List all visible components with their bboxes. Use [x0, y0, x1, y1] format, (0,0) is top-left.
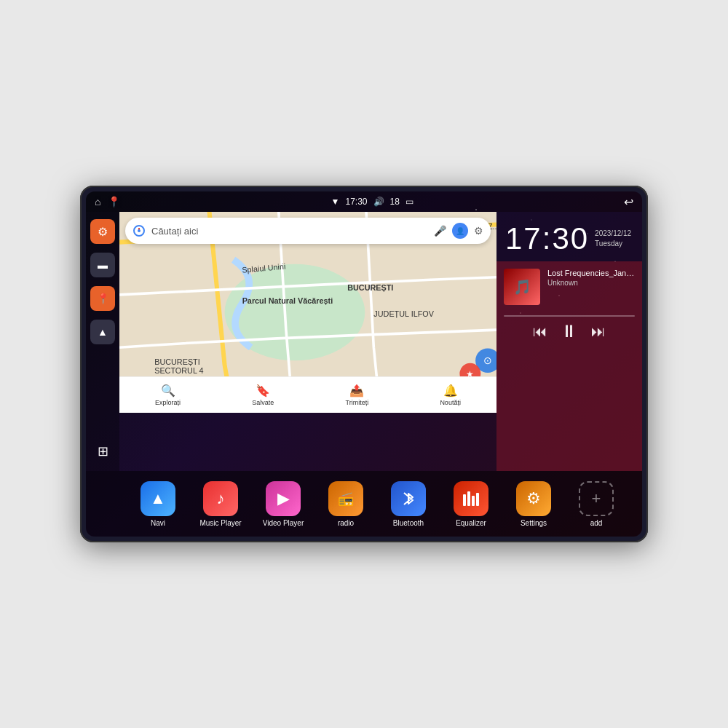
sidebar-nav-btn[interactable]: ▲ — [90, 320, 115, 344]
user-avatar[interactable]: 👤 — [452, 223, 468, 239]
music-title: Lost Frequencies_Janie... — [547, 269, 635, 277]
map-nav-explore[interactable]: 🔍 Explorați — [155, 384, 181, 406]
clock-time: 17:30 — [505, 223, 589, 254]
svg-text:SECTORUL 4: SECTORUL 4 — [154, 366, 203, 375]
svg-rect-22 — [472, 496, 475, 506]
status-bar: ⌂ 📍 ▼ 17:30 🔊 18 ▭ ↩ — [86, 191, 642, 212]
explore-label: Explorați — [155, 399, 181, 406]
sidebar-files-btn[interactable]: ▬ — [90, 253, 115, 277]
status-right: ↩ — [624, 195, 633, 209]
music-label: Music Player — [199, 519, 241, 527]
map-nav-news[interactable]: 🔔 Noutăți — [440, 384, 461, 406]
pause-button[interactable]: ⏸ — [561, 321, 578, 341]
wifi-icon: ▼ — [331, 197, 340, 207]
music-progress-bar[interactable] — [504, 315, 635, 317]
maps-icon[interactable]: 📍 — [108, 196, 120, 207]
svg-rect-23 — [476, 493, 479, 506]
clock-date-text: 2023/12/12 — [595, 229, 631, 239]
music-icon: ♪ — [203, 481, 238, 516]
radio-label: radio — [338, 519, 354, 527]
app-video-player[interactable]: ▶ Video Player — [261, 481, 305, 527]
music-controls: ⏮ ⏸ ⏭ — [504, 321, 635, 341]
home-icon[interactable]: ⌂ — [95, 196, 100, 207]
navi-label: Navi — [151, 519, 165, 527]
app-navi[interactable]: ▲ Navi — [136, 481, 180, 527]
news-label: Noutăți — [440, 399, 461, 406]
app-add[interactable]: + add — [574, 481, 618, 527]
prev-button[interactable]: ⏮ — [533, 323, 547, 340]
settings-label: Settings — [521, 519, 547, 527]
svg-point-1 — [138, 229, 141, 232]
video-icon: ▶ — [266, 481, 301, 516]
saved-label: Salvate — [252, 399, 274, 406]
saved-icon: 🔖 — [256, 384, 270, 397]
svg-text:BUCUREȘTI: BUCUREȘTI — [154, 357, 200, 366]
settings-icon-img: ⚙ — [516, 481, 551, 516]
bluetooth-label: Bluetooth — [393, 519, 424, 527]
svg-text:⊙: ⊙ — [483, 355, 492, 366]
grid-icon: ⊞ — [98, 443, 108, 459]
album-art-emoji: 🎵 — [513, 278, 531, 296]
device-frame: ⌂ 📍 ▼ 17:30 🔊 18 ▭ ↩ ⚙ — [80, 186, 648, 542]
music-text: Lost Frequencies_Janie... Unknown — [547, 269, 635, 287]
app-equalizer[interactable]: Equalizer — [449, 481, 493, 527]
send-icon: 📤 — [349, 384, 364, 397]
app-settings[interactable]: ⚙ Settings — [512, 481, 555, 527]
map-search-bar[interactable]: Căutați aici 🎤 👤 ⚙ — [125, 218, 491, 244]
right-panel: 17:30 2023/12/12 Tuesday 🎵 Lost Frequenc… — [496, 212, 642, 471]
battery-icon: ▭ — [405, 197, 414, 207]
map-container[interactable]: Căutați aici 🎤 👤 ⚙ — [119, 212, 496, 413]
left-sidebar: ⚙ ▬ 📍 ▲ ⊞ — [86, 212, 119, 471]
app-music-player[interactable]: ♪ Music Player — [199, 481, 242, 527]
status-center: ▼ 17:30 🔊 18 ▭ — [331, 197, 414, 207]
back-icon[interactable]: ↩ — [624, 195, 633, 209]
music-section: 🎵 Lost Frequencies_Janie... Unknown ⏮ ⏸ … — [496, 261, 642, 471]
clock-date: 2023/12/12 Tuesday — [595, 229, 631, 249]
nav-icon: ▲ — [98, 326, 108, 338]
main-content: ⚙ ▬ 📍 ▲ ⊞ — [86, 212, 642, 471]
eq-icon-img — [454, 481, 488, 516]
device-screen: ⌂ 📍 ▼ 17:30 🔊 18 ▭ ↩ ⚙ — [86, 191, 642, 537]
explore-icon: 🔍 — [161, 384, 175, 397]
map-search-placeholder: Căutați aici — [151, 226, 428, 237]
svg-rect-20 — [463, 494, 466, 506]
map-settings-icon[interactable]: ⚙ — [474, 225, 483, 237]
map-nav-send[interactable]: 📤 Trimiteți — [346, 384, 369, 406]
bluetooth-icon — [391, 481, 426, 516]
app-bluetooth[interactable]: Bluetooth — [387, 481, 430, 527]
radio-icon: 📻 — [328, 481, 363, 516]
clock-day-text: Tuesday — [595, 239, 631, 249]
equalizer-bars — [461, 488, 481, 509]
svg-text:JUDEȚUL ILFOV: JUDEȚUL ILFOV — [373, 309, 434, 318]
volume-icon: 🔊 — [373, 197, 384, 207]
status-left: ⌂ 📍 — [95, 196, 120, 207]
map-nav-saved[interactable]: 🔖 Salvate — [252, 384, 274, 406]
svg-text:Parcul Natural Văcărești: Parcul Natural Văcărești — [242, 296, 333, 305]
google-maps-icon — [132, 224, 146, 237]
music-album-art: 🎵 — [504, 269, 540, 305]
sidebar-settings-btn[interactable]: ⚙ — [90, 219, 115, 244]
clock-section: 17:30 2023/12/12 Tuesday — [496, 212, 642, 261]
video-label: Video Player — [263, 519, 304, 527]
add-label: add — [590, 519, 603, 527]
svg-rect-21 — [467, 491, 470, 506]
news-icon: 🔔 — [443, 384, 458, 397]
music-artist: Unknown — [547, 279, 635, 287]
next-button[interactable]: ⏭ — [591, 323, 606, 340]
eq-label: Equalizer — [456, 519, 486, 527]
sidebar-location-btn[interactable]: 📍 — [90, 286, 115, 311]
status-time: 17:30 — [345, 197, 367, 207]
gear-icon: ⚙ — [98, 225, 108, 239]
bottom-dock: ▲ Navi ♪ Music Player ▶ Video Player 📻 — [86, 471, 642, 537]
battery-level: 18 — [390, 197, 400, 207]
map-bottom-nav: 🔍 Explorați 🔖 Salvate 📤 Trimiteți � — [119, 376, 496, 413]
add-icon-img: + — [579, 481, 614, 516]
sidebar-grid-btn[interactable]: ⊞ — [90, 439, 115, 464]
mic-icon[interactable]: 🎤 — [434, 225, 446, 237]
svg-text:BUCUREȘTI: BUCUREȘTI — [347, 283, 393, 292]
files-icon: ▬ — [98, 259, 108, 271]
center-area: Căutați aici 🎤 👤 ⚙ — [119, 212, 496, 471]
music-info: 🎵 Lost Frequencies_Janie... Unknown — [504, 269, 635, 305]
location-icon: 📍 — [97, 293, 109, 304]
app-radio[interactable]: 📻 radio — [324, 481, 368, 527]
